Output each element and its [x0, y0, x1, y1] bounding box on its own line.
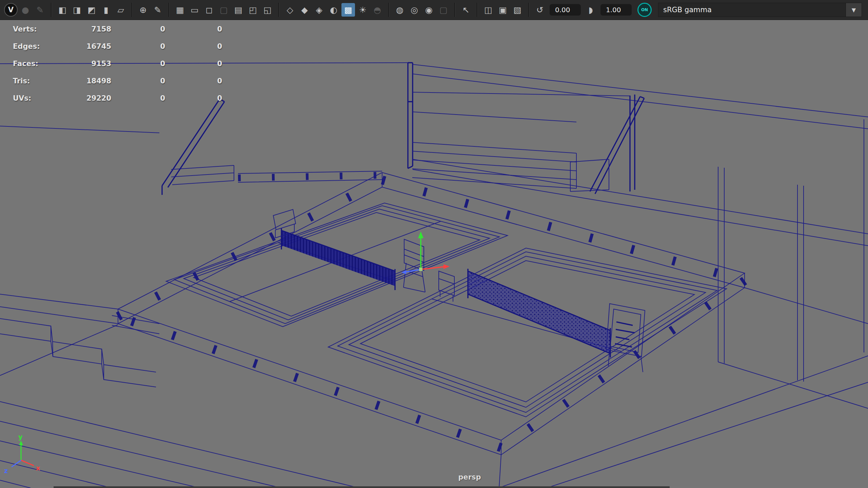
hud-selected: 0 — [111, 25, 165, 33]
safe-action-icon[interactable]: ◰ — [246, 3, 260, 17]
toolbar-separator — [132, 3, 132, 17]
camera-lock-icon[interactable]: ◨ — [70, 3, 84, 17]
net-left-mesh — [281, 230, 395, 286]
bleachers-back — [412, 142, 576, 188]
lighting-mode-icon[interactable]: ● — [19, 3, 32, 17]
toolbar: V●✎◧◨◩▮▱⊕✎▦▭◻▢▤◰◱◇◆◈◐▩☀◓◍◎◉▢↖◫▣▧↺0.00◗1.… — [0, 0, 868, 20]
field-chart-icon[interactable]: ▤ — [232, 3, 245, 17]
oversampling-icon[interactable]: ✎ — [151, 3, 164, 17]
paint-effects-icon[interactable]: ✎ — [33, 3, 47, 17]
panel-edge — [54, 486, 670, 488]
hud-label: UVs: — [13, 94, 45, 102]
hud-selected: 0 — [111, 42, 165, 50]
hud-selected: 0 — [111, 77, 165, 85]
hud-label: Tris: — [13, 77, 45, 85]
view-axis-gizmo: y x z — [4, 433, 40, 474]
net-right — [468, 269, 610, 358]
multisample-icon[interactable]: ◉ — [422, 3, 436, 17]
hud-row-faces: Faces: 9153 0 0 — [13, 55, 222, 72]
court-barrier — [0, 172, 745, 455]
resolution-gate-icon[interactable]: ◻ — [202, 3, 216, 17]
camera-attributes-icon[interactable]: ◩ — [85, 3, 98, 17]
shaded-wireframe-icon[interactable]: ◐ — [327, 3, 340, 17]
maya-viewport-window: V●✎◧◨◩▮▱⊕✎▦▭◻▢▤◰◱◇◆◈◐▩☀◓◍◎◉▢↖◫▣▧↺0.00◗1.… — [0, 0, 868, 488]
view-transform-label: sRGB gamma — [663, 6, 712, 14]
toolbar-separator — [51, 3, 52, 17]
move-manipulator[interactable] — [401, 231, 450, 274]
hud-total: 16745 — [45, 42, 111, 50]
net-right-mesh — [468, 271, 610, 353]
smooth-shade-icon[interactable]: ◆ — [298, 3, 311, 17]
camera-name-label: persp — [441, 473, 498, 481]
gate-mask-icon[interactable]: ▢ — [217, 3, 231, 17]
motion-blur-icon[interactable]: ◎ — [408, 3, 421, 17]
chair-right — [439, 271, 454, 302]
color-management-toggle[interactable]: ON — [637, 3, 652, 17]
bookmark-icon[interactable]: ▮ — [99, 3, 113, 17]
toolbar-separator — [454, 3, 455, 17]
image-plane-icon[interactable]: ▱ — [114, 3, 127, 17]
hud-total: 18498 — [45, 77, 111, 85]
stairs-bottom-left — [0, 316, 159, 387]
toolbar-separator — [528, 3, 529, 17]
axis-z-label: z — [4, 467, 8, 474]
stairs-top-left — [162, 99, 234, 195]
hud-row-edges: Edges: 16745 0 0 — [13, 38, 222, 55]
toolbar-separator — [169, 3, 169, 17]
hud-row-uvs: UVs: 29220 0 0 — [13, 89, 222, 107]
film-gate-icon[interactable]: ▭ — [188, 3, 201, 17]
pan-zoom-icon[interactable]: ⊕ — [136, 3, 150, 17]
y-axis-handle[interactable] — [418, 231, 423, 238]
hud-row-verts: Verts: 7158 0 0 — [13, 20, 222, 38]
hud-label: Edges: — [13, 42, 45, 50]
hud-row-tris: Tris: 18498 0 0 — [13, 72, 222, 89]
center-handle[interactable] — [419, 268, 422, 271]
stairs-top-right — [570, 95, 644, 194]
view-axis-y-arrow — [19, 441, 23, 445]
toolbar-separator — [477, 3, 477, 17]
axis-y-label: y — [18, 433, 23, 441]
shadows-icon[interactable]: ◓ — [371, 3, 384, 17]
floor-lines — [0, 288, 868, 488]
hud-total: 9153 — [45, 60, 111, 68]
x-axis-handle[interactable] — [443, 264, 450, 269]
hud-component: 0 — [165, 42, 222, 50]
hud-total: 7158 — [45, 25, 111, 33]
grid-icon[interactable]: ▦ — [173, 3, 187, 17]
xray-icon[interactable]: ▧ — [511, 3, 524, 17]
occlusion-icon[interactable]: ◍ — [393, 3, 407, 17]
view-transform-combo[interactable]: sRGB gamma▼ — [658, 3, 862, 17]
renderer-logo-icon[interactable]: V — [4, 3, 18, 17]
textured-display-icon[interactable]: ▩ — [341, 3, 355, 17]
toolbar-separator — [388, 3, 389, 17]
depth-of-field-icon[interactable]: ▢ — [437, 3, 450, 17]
hud-selected: 0 — [111, 60, 165, 68]
walls — [0, 63, 868, 408]
wireframe-display-icon[interactable]: ◇ — [283, 3, 297, 17]
hud-label: Faces: — [13, 60, 45, 68]
hud-component: 0 — [165, 25, 222, 33]
hud-total: 29220 — [45, 94, 111, 102]
gamma-field[interactable]: 1.00 — [600, 4, 632, 16]
hud-component: 0 — [165, 94, 222, 102]
camera-select-icon[interactable]: ◧ — [56, 3, 69, 17]
axis-x-label: x — [36, 464, 40, 472]
hud-selected: 0 — [111, 94, 165, 102]
default-material-icon[interactable]: ◈ — [312, 3, 326, 17]
hud-component: 0 — [165, 77, 222, 85]
exposure-field[interactable]: 0.00 — [550, 4, 581, 16]
copy-view-icon[interactable]: ◫ — [481, 3, 495, 17]
isolate-select-icon[interactable]: ↖ — [459, 3, 473, 17]
gamma-icon[interactable]: ◗ — [584, 3, 597, 17]
poly-count-hud: Verts: 7158 0 0 Edges: 16745 0 0 Faces: … — [13, 20, 222, 107]
hud-component: 0 — [165, 60, 222, 68]
hud-label: Verts: — [13, 25, 45, 33]
use-all-lights-icon[interactable]: ☀ — [356, 3, 370, 17]
safe-title-icon[interactable]: ◱ — [261, 3, 274, 17]
toolbar-separator — [278, 3, 279, 17]
paste-view-icon[interactable]: ▣ — [496, 3, 510, 17]
exposure-icon[interactable]: ↺ — [533, 3, 547, 17]
chevron-down-icon[interactable]: ▼ — [846, 3, 862, 17]
walkway-rail — [238, 171, 382, 182]
